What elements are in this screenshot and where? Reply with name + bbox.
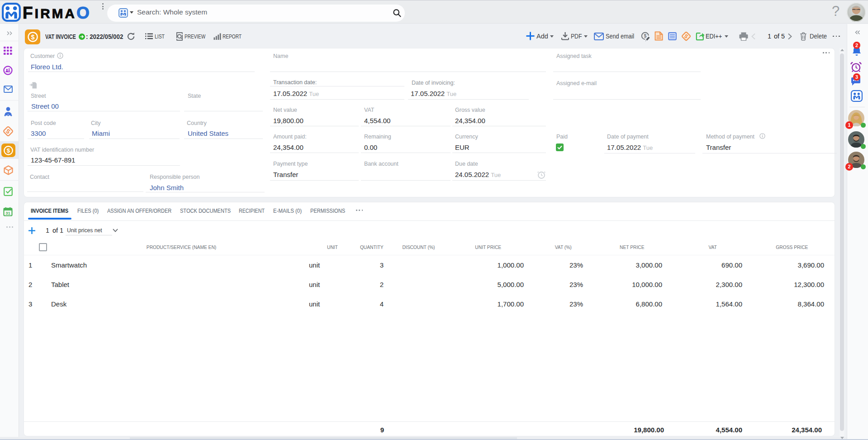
svg-text:$: $: [31, 33, 34, 41]
svg-text:$: $: [644, 33, 646, 38]
svg-text:$: $: [7, 147, 10, 154]
svg-text:31: 31: [5, 210, 10, 215]
